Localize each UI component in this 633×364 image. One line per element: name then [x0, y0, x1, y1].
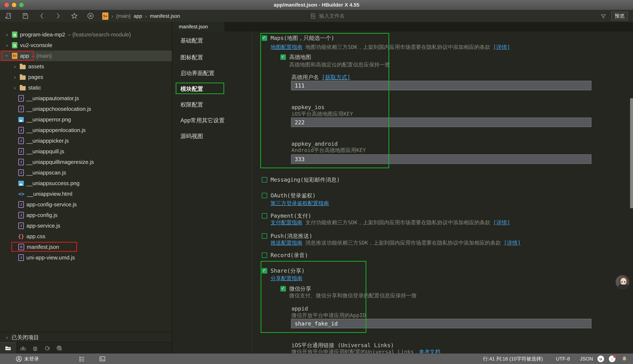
- module-row-oauth: OAuth(登录鉴权): [262, 192, 316, 199]
- chevron-right-icon[interactable]: ›: [12, 84, 17, 91]
- checkbox-payment[interactable]: [262, 213, 267, 218]
- tree-item-file[interactable]: J __uniappquill.js: [0, 146, 172, 157]
- tree-item-folder[interactable]: › pages: [0, 72, 172, 82]
- files-folder-icon[interactable]: [5, 345, 11, 352]
- oauth-guide-link[interactable]: 第三方登录鉴权配置指南: [270, 200, 329, 207]
- breadcrumb-file[interactable]: manifest.json: [150, 13, 180, 19]
- wechat-appid-input[interactable]: [291, 319, 592, 328]
- bookmark-star-icon[interactable]: [71, 12, 78, 20]
- tree-item-file-manifest[interactable]: ⚙ manifest.json: [0, 242, 172, 252]
- tree-item-project-app[interactable]: › 5+ app – {main}: [0, 50, 172, 61]
- checkbox-maps[interactable]: [262, 35, 267, 41]
- breadcrumb-project[interactable]: app: [134, 13, 142, 19]
- nav-item-source-view[interactable]: 源码视图: [180, 132, 203, 140]
- globe-cloud-icon[interactable]: [56, 345, 63, 352]
- module-row-maps: Maps(地图，只能选一个): [262, 34, 334, 42]
- tree-item-file[interactable]: J __uniappopenlocation.js: [0, 125, 172, 136]
- payment-detail-link[interactable]: [详情]: [493, 219, 510, 226]
- tree-item-file[interactable]: J uni-app-view.umd.js: [0, 252, 172, 263]
- nav-item-permission-config[interactable]: 权限配置: [180, 101, 203, 109]
- checkbox-oauth[interactable]: [262, 193, 267, 198]
- push-detail-link[interactable]: [详情]: [504, 239, 521, 247]
- tree-item-project[interactable]: › u program-idea-mp2 – {feature/search-m…: [0, 29, 172, 40]
- nav-item-splash-config[interactable]: 启动界面配置: [180, 69, 214, 77]
- vertical-scrollbar[interactable]: [630, 98, 633, 208]
- tree-item-file[interactable]: J __uniapppicker.js: [0, 136, 172, 146]
- amap-appkey-ios-input[interactable]: [291, 118, 592, 127]
- tree-item-file[interactable]: {} app.css: [0, 231, 172, 242]
- tab-manifest-json[interactable]: manifest.json: [172, 22, 224, 32]
- search-input[interactable]: [319, 13, 567, 19]
- sync-refresh-icon[interactable]: [44, 345, 50, 352]
- chevron-down-icon[interactable]: ›: [4, 54, 10, 58]
- chevron-right-icon[interactable]: ›: [4, 42, 9, 48]
- breadcrumb-chevron-icon: ›: [145, 13, 147, 19]
- payment-guide-link[interactable]: 支付配置指南: [270, 219, 302, 226]
- amap-username-howto-link[interactable]: [获取方式]: [322, 74, 350, 81]
- nav-item-basic-config[interactable]: 基础配置: [180, 36, 203, 45]
- maps-detail-link[interactable]: [详情]: [493, 44, 510, 51]
- amap-username-input[interactable]: [291, 81, 592, 90]
- update-download-icon[interactable]: ↓: [609, 356, 616, 362]
- js-file-icon: J: [18, 148, 24, 155]
- checkbox-record[interactable]: [262, 252, 267, 258]
- chevron-right-icon[interactable]: ›: [12, 63, 17, 70]
- payment-desc: 支付功能依赖三方SDK，上架到国内应用市场需要在隐私协议中添加相应的条款: [305, 219, 490, 226]
- tree-item-file[interactable]: J __uniappautomator.js: [0, 93, 172, 104]
- save-icon[interactable]: [22, 12, 29, 20]
- terminal-icon[interactable]: [99, 356, 106, 362]
- maps-guide-link[interactable]: 地图配置指南: [270, 44, 302, 51]
- tree-item-folder[interactable]: › assets: [0, 61, 172, 72]
- tree-item-file[interactable]: __uniappsuccess.png: [0, 178, 172, 188]
- chevron-right-icon[interactable]: ›: [4, 32, 9, 38]
- cursor-position[interactable]: 行:41 列:16 (10字符被选择): [483, 356, 543, 362]
- push-guide-link[interactable]: 推送配置指南: [270, 239, 302, 247]
- closed-projects-row[interactable]: › 已关闭项目: [0, 332, 172, 343]
- notification-bell-icon[interactable]: [621, 356, 628, 362]
- checkbox-push[interactable]: [262, 233, 267, 239]
- module-label: Maps(地图，只能选一个): [270, 34, 334, 42]
- amap-appkey-android-input[interactable]: [291, 154, 592, 164]
- tree-item-file[interactable]: <> __uniappview.html: [0, 188, 172, 199]
- run-icon[interactable]: [87, 12, 94, 20]
- new-project-icon[interactable]: [5, 12, 12, 20]
- file-search-field[interactable]: [310, 13, 567, 19]
- encoding-indicator[interactable]: UTF-8: [556, 356, 570, 362]
- filter-funnel-icon[interactable]: [600, 14, 606, 20]
- checkbox-messaging[interactable]: [262, 177, 267, 182]
- share-guide-link[interactable]: 分享配置指南: [270, 275, 302, 282]
- avatar-eye: [622, 281, 622, 283]
- tree-item-folder[interactable]: › static: [0, 82, 172, 93]
- tree-item-file[interactable]: J __uniappscan.js: [0, 167, 172, 178]
- checkbox-share[interactable]: [262, 268, 267, 274]
- nav-item-icon-config[interactable]: 图标配置: [180, 54, 203, 62]
- tree-item-file[interactable]: __uniapperror.png: [0, 114, 172, 125]
- chevron-right-icon[interactable]: ›: [12, 74, 17, 80]
- tree-item-label: vu2-vconsole: [20, 42, 52, 48]
- tree-item-file[interactable]: J app-config.js: [0, 210, 172, 220]
- login-status[interactable]: 未登录: [24, 356, 39, 362]
- nav-item-module-config[interactable]: 模块配置: [180, 85, 203, 93]
- tree-item-file[interactable]: J __uniappchooselocation.js: [0, 104, 172, 114]
- breadcrumb-branch[interactable]: {main}: [116, 13, 130, 19]
- nav-item-app-other-settings[interactable]: App常用其它设置: [180, 116, 224, 124]
- tree-item-file[interactable]: J app-config-service.js: [0, 199, 172, 210]
- uni-helper-icon[interactable]: u: [598, 356, 604, 362]
- tree-item-project[interactable]: › u vu2-vconsole: [0, 40, 172, 50]
- js-file-icon: J: [18, 95, 24, 102]
- navigate-forward-icon[interactable]: [54, 12, 62, 20]
- assistant-avatar[interactable]: [615, 274, 630, 290]
- user-account-icon[interactable]: [16, 356, 22, 362]
- tree-item-file[interactable]: J app-service.js: [0, 220, 172, 231]
- tree-item-label: __uniappview.html: [27, 191, 72, 197]
- checkbox-wechat-share[interactable]: [280, 286, 286, 292]
- language-mode-indicator[interactable]: JSON: [580, 356, 593, 362]
- navigate-back-icon[interactable]: [38, 12, 46, 20]
- search-binoculars-icon[interactable]: [20, 345, 26, 352]
- preview-button[interactable]: 预览: [612, 12, 628, 20]
- outline-list-icon[interactable]: [79, 356, 85, 362]
- tree-item-file[interactable]: J __uniappquillimageresize.js: [0, 157, 172, 167]
- universal-links-doc-link[interactable]: 参考文档: [419, 348, 440, 354]
- debug-bug-icon[interactable]: [32, 345, 38, 352]
- checkbox-amap[interactable]: [280, 54, 286, 60]
